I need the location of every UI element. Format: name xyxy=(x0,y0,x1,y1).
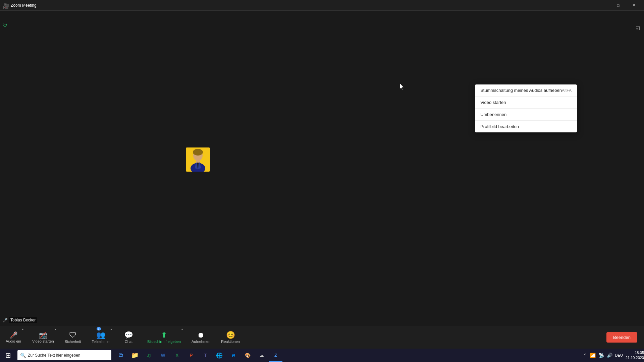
start-video-label: Video starten xyxy=(480,100,506,105)
security-icon: 🛡 xyxy=(69,331,76,340)
reactions-button[interactable]: 😊 Reaktionen xyxy=(216,326,245,349)
volume-icon[interactable]: 🔊 xyxy=(607,353,612,358)
muted-indicator: 🎤 xyxy=(3,318,8,322)
video-caret[interactable]: ▲ xyxy=(54,328,57,331)
language-indicator: DEU xyxy=(615,353,623,357)
participants-button[interactable]: 👥 ▲ 1 Teilnehmer xyxy=(87,326,115,349)
video-button[interactable]: 📷 ▲ Video starten xyxy=(27,326,59,349)
taskbar-excel[interactable]: X xyxy=(170,349,184,362)
participants-icon: 👥 xyxy=(96,331,105,340)
reactions-icon: 😊 xyxy=(226,331,235,340)
audio-caret[interactable]: ▲ xyxy=(21,328,24,331)
title-bar: 🎥 Zoom Meeting — □ ✕ xyxy=(0,0,644,11)
wifi-icon[interactable]: 📡 xyxy=(598,353,604,358)
system-tray: ⌃ 📶 📡 🔊 DEU 18:05 21.10.2020 xyxy=(583,350,644,361)
share-label: Bildschirm freigeben xyxy=(147,340,181,344)
start-button[interactable]: ⊞ xyxy=(0,349,16,362)
edit-profile-label: Profilbild bearbeiten xyxy=(480,124,519,129)
svg-rect-4 xyxy=(196,160,200,163)
svg-point-2 xyxy=(193,149,203,156)
unmute-audio-shortcut: Alt+A xyxy=(562,88,572,93)
video-icon-wrap: 📷 xyxy=(39,331,47,339)
window-controls: — □ ✕ xyxy=(595,0,641,11)
taskbar-search-placeholder: Zur Suche Text hier eingeben xyxy=(28,353,80,358)
taskbar-spotify[interactable]: ♫ xyxy=(142,349,156,362)
taskbar-unknown[interactable]: ☁ xyxy=(255,349,268,362)
tray-arrow[interactable]: ⌃ xyxy=(583,353,587,358)
network-icon[interactable]: 📶 xyxy=(590,353,596,358)
mouse-cursor xyxy=(400,83,404,90)
meeting-toolbar: 🎤 ▲ Audio ein 📷 ▲ Video starten 🛡 Sicher… xyxy=(0,326,644,349)
participants-badge: 1 xyxy=(97,327,101,330)
taskbar-zoom[interactable]: Z xyxy=(269,349,282,362)
rename-label: Umbenennen xyxy=(480,112,506,117)
participant-avatar xyxy=(186,147,210,172)
windows-taskbar: ⊞ 🔍 Zur Suche Text hier eingeben ⧉ 📁 ♫ W… xyxy=(0,349,644,362)
taskbar-paint[interactable]: 🎨 xyxy=(241,349,254,362)
unmute-audio-item[interactable]: Stummschaltung meines Audios aufheben Al… xyxy=(475,84,577,97)
taskbar-chrome[interactable]: 🌐 xyxy=(213,349,226,362)
top-right-settings[interactable]: ◱ xyxy=(633,23,643,33)
taskbar-teams[interactable]: T xyxy=(199,349,212,362)
share-caret[interactable]: ▲ xyxy=(181,328,183,331)
chat-icon: 💬 xyxy=(124,331,133,340)
participant-name: Tobias Becker xyxy=(9,317,37,323)
security-button[interactable]: 🛡 Sicherheit xyxy=(59,326,87,349)
edit-profile-item[interactable]: Profilbild bearbeiten xyxy=(475,121,577,132)
audio-label: Audio ein xyxy=(6,339,21,343)
audio-button[interactable]: 🎤 ▲ Audio ein xyxy=(0,326,27,349)
participants-caret[interactable]: ▲ xyxy=(110,328,112,331)
security-label: Sicherheit xyxy=(65,340,81,344)
clock-date: 21.10.2020 xyxy=(626,355,644,360)
record-label: Aufnehmen xyxy=(192,340,210,344)
reactions-label: Reaktionen xyxy=(221,340,240,344)
participants-label: Teilnehmer xyxy=(92,340,110,344)
unmute-audio-label: Stummschaltung meines Audios aufheben xyxy=(480,88,562,93)
start-video-item[interactable]: Video starten xyxy=(475,97,577,109)
title-bar-left: 🎥 Zoom Meeting xyxy=(3,3,37,8)
maximize-button[interactable]: □ xyxy=(610,0,626,11)
meeting-area: 🛡 ◱ 🎤 Tobias Becker xyxy=(0,11,644,349)
close-button[interactable]: ✕ xyxy=(626,0,641,11)
taskbar-edge[interactable]: e xyxy=(227,349,240,362)
minimize-button[interactable]: — xyxy=(595,0,610,11)
taskbar-apps: ⧉ 📁 ♫ W X P T 🌐 e 🎨 ☁ Z xyxy=(114,349,282,362)
context-menu: Stummschaltung meines Audios aufheben Al… xyxy=(475,84,577,132)
avatar-svg xyxy=(186,147,210,172)
taskbar-clock[interactable]: 18:05 21.10.2020 xyxy=(626,350,644,361)
taskbar-word[interactable]: W xyxy=(156,349,170,362)
security-indicator: 🛡 xyxy=(3,23,7,28)
share-screen-button[interactable]: ⬆ ▲ Bildschirm freigeben xyxy=(142,326,186,349)
chat-label: Chat xyxy=(125,340,132,344)
taskbar-powerpoint[interactable]: P xyxy=(184,349,198,362)
audio-icon-wrap: 🎤 xyxy=(9,331,18,339)
participant-tile xyxy=(186,147,210,172)
video-label: Video starten xyxy=(32,339,54,343)
taskbar-task-view[interactable]: ⧉ xyxy=(114,349,127,362)
svg-marker-5 xyxy=(400,83,404,90)
taskbar-search[interactable]: 🔍 Zur Suche Text hier eingeben xyxy=(17,350,111,360)
record-icon: ⏺ xyxy=(197,331,205,340)
app-icon: 🎥 xyxy=(3,3,8,8)
chat-button[interactable]: 💬 Chat xyxy=(115,326,142,349)
end-meeting-button[interactable]: Beenden xyxy=(606,332,637,343)
clock-time: 18:05 xyxy=(626,350,644,355)
taskbar-search-icon: 🔍 xyxy=(20,353,26,358)
share-icon: ⬆ xyxy=(161,331,167,340)
window-title: Zoom Meeting xyxy=(11,3,37,8)
record-button[interactable]: ⏺ Aufnehmen xyxy=(186,326,216,349)
taskbar-explorer[interactable]: 📁 xyxy=(128,349,142,362)
rename-item[interactable]: Umbenennen xyxy=(475,109,577,121)
participant-name-label: 🎤 Tobias Becker xyxy=(3,317,37,323)
